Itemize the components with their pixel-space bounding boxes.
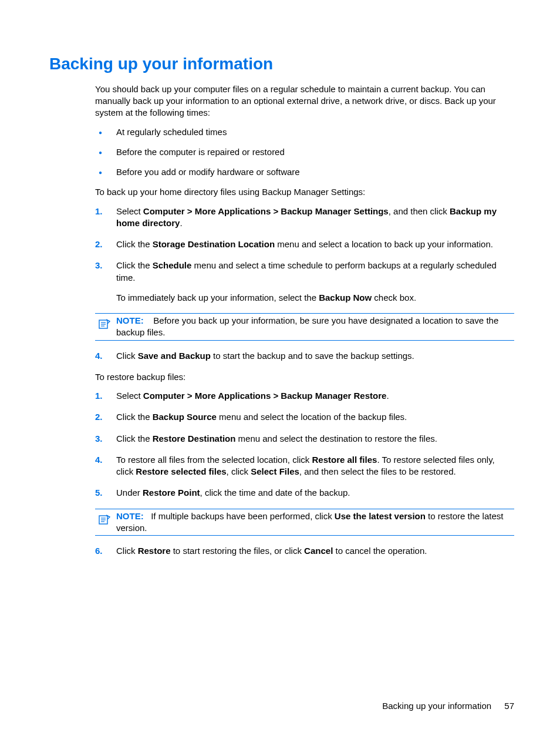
bold-text: Restore xyxy=(138,546,171,556)
note-label: NOTE: xyxy=(116,315,144,325)
restore-lead: To restore backup files: xyxy=(95,371,514,383)
bold-text: Computer > More Applications > Backup Ma… xyxy=(143,391,387,401)
note-callout: NOTE: Before you back up your informatio… xyxy=(95,313,514,341)
note-icon xyxy=(99,514,110,525)
text: To immediately back up your information,… xyxy=(116,293,319,303)
text: , and then select the files to be restor… xyxy=(299,466,456,476)
text: . xyxy=(180,218,182,228)
step-item: Click the Restore Destination menu and s… xyxy=(95,433,514,445)
text: Click the xyxy=(116,412,153,422)
bold-text: Backup Source xyxy=(153,412,217,422)
backup-lead: To back up your home directory files usi… xyxy=(95,186,514,198)
note-text: If multiple backups have been performed,… xyxy=(151,511,335,521)
list-item: At regularly scheduled times xyxy=(95,126,514,138)
restore-steps: Select Computer > More Applications > Ba… xyxy=(95,390,514,499)
backup-steps-cont: Click Save and Backup to start the backu… xyxy=(95,350,514,362)
page-footer: Backing up your information 57 xyxy=(382,700,514,712)
text: menu and select a location to back up yo… xyxy=(275,239,493,249)
text: Click the xyxy=(116,239,153,249)
text: Under xyxy=(116,488,143,498)
backup-steps: Select Computer > More Applications > Ba… xyxy=(95,206,514,304)
bold-text: Backup Now xyxy=(319,293,372,303)
text: , and then click xyxy=(389,206,450,216)
note-icon xyxy=(99,318,110,329)
list-item: Before the computer is repaired or resto… xyxy=(95,146,514,158)
step-item: Select Computer > More Applications > Ba… xyxy=(95,390,514,402)
restore-steps-cont: Click Restore to start restoring the fil… xyxy=(95,545,514,557)
page-title: Backing up your information xyxy=(49,53,514,75)
bold-text: Select Files xyxy=(251,466,299,476)
bold-text: Save and Backup xyxy=(138,351,211,361)
note-text xyxy=(144,511,151,521)
bold-text: Schedule xyxy=(153,260,192,270)
backup-times-list: At regularly scheduled times Before the … xyxy=(95,126,514,179)
step-item: Click Restore to start restoring the fil… xyxy=(95,545,514,557)
bold-text: Storage Destination Location xyxy=(153,239,275,249)
text: Click the xyxy=(116,434,153,443)
text: to cancel the operation. xyxy=(333,546,427,556)
bold-text: Use the latest version xyxy=(335,511,426,521)
page-number: 57 xyxy=(504,701,514,711)
text: to start restoring the files, or click xyxy=(171,546,305,556)
bold-text: Restore Destination xyxy=(153,434,236,443)
sub-paragraph: To immediately back up your information,… xyxy=(116,292,514,304)
bold-text: Cancel xyxy=(304,546,333,556)
text: check box. xyxy=(372,293,416,303)
text: Click xyxy=(116,546,138,556)
text: . xyxy=(386,391,389,401)
note-callout: NOTE: If multiple backups have been perf… xyxy=(95,509,514,536)
text: menu and select the location of the back… xyxy=(217,412,407,422)
text: to start the backup and to save the back… xyxy=(211,351,414,361)
text: , click the time and date of the backup. xyxy=(200,488,350,498)
bold-text: Restore selected files xyxy=(136,466,226,476)
step-item: Click the Storage Destination Location m… xyxy=(95,238,514,250)
step-item: To restore all files from the selected l… xyxy=(95,454,514,478)
content-body: You should back up your computer files o… xyxy=(95,83,514,557)
intro-paragraph: You should back up your computer files o… xyxy=(95,83,514,119)
footer-title: Backing up your information xyxy=(382,701,491,711)
step-item: Click the Backup Source menu and select … xyxy=(95,411,514,423)
text: To restore all files from the selected l… xyxy=(116,455,312,465)
text: , click xyxy=(227,466,251,476)
bold-text: Restore all files xyxy=(312,455,377,465)
text: Select xyxy=(116,206,143,216)
text: menu and select the destination to resto… xyxy=(235,434,437,443)
note-text: Before you back up your information, be … xyxy=(116,315,498,337)
note-text xyxy=(146,315,154,325)
text: Click xyxy=(116,351,138,361)
step-item: Click the Schedule menu and select a tim… xyxy=(95,260,514,304)
note-label: NOTE: xyxy=(116,511,144,521)
document-page: Backing up your information You should b… xyxy=(0,0,560,557)
text: Click the xyxy=(116,260,153,270)
list-item: Before you add or modify hardware or sof… xyxy=(95,166,514,178)
text: Select xyxy=(116,391,143,401)
step-item: Select Computer > More Applications > Ba… xyxy=(95,206,514,230)
bold-text: Restore Point xyxy=(143,488,200,498)
step-item: Click Save and Backup to start the backu… xyxy=(95,350,514,362)
step-item: Under Restore Point, click the time and … xyxy=(95,487,514,499)
bold-text: Computer > More Applications > Backup Ma… xyxy=(143,206,389,216)
